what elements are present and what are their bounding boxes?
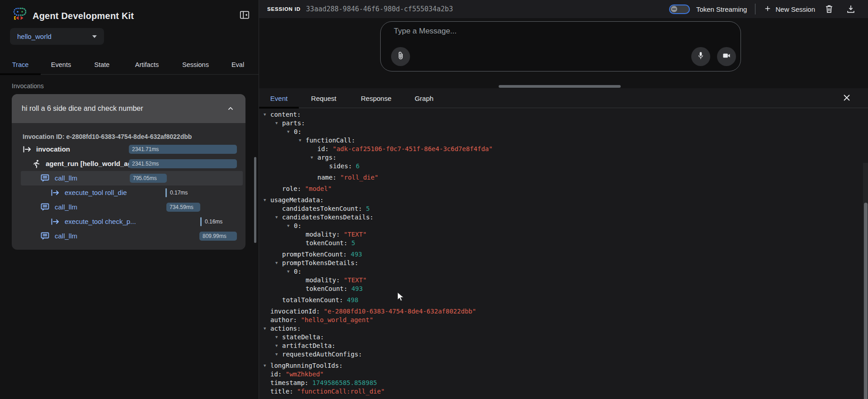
new-session-button[interactable]: New Session <box>764 5 815 14</box>
json-line-0[interactable]: ▼0: <box>259 267 860 276</box>
details-scrollbar-thumb[interactable] <box>864 203 868 399</box>
json-value: 493 <box>351 250 362 259</box>
json-line-artifactDelta[interactable]: ▼artifactDelta: <box>259 342 860 350</box>
trace-row-agent_run[interactable]: agent_run [hello_world_agent]2341.52ms <box>12 157 245 171</box>
json-key: title: <box>270 387 297 396</box>
expand-triangle-icon[interactable]: ▼ <box>275 259 282 267</box>
duration-bar: 795.05ms <box>130 174 167 183</box>
trace-row-call_llm[interactable]: call_llm734.59ms <box>12 200 245 214</box>
expand-triangle-icon[interactable]: ▼ <box>264 110 270 119</box>
json-key: candidatesTokenCount: <box>282 204 366 213</box>
json-key: content: <box>270 110 305 119</box>
expand-triangle-icon[interactable]: ▼ <box>287 222 294 230</box>
json-value: 6 <box>356 162 359 171</box>
json-line-parts[interactable]: ▼parts: <box>259 119 860 128</box>
json-line-actions[interactable]: ▼actions: <box>259 324 860 333</box>
indent-spacer <box>299 285 306 293</box>
json-line-name: name: "roll_die" <box>259 173 860 182</box>
tab-eval[interactable]: Eval <box>220 55 256 75</box>
chevron-up-icon[interactable] <box>226 104 236 114</box>
expand-triangle-icon[interactable]: ▼ <box>264 324 270 333</box>
json-line-0[interactable]: ▼0: <box>259 222 860 230</box>
expand-triangle-icon[interactable]: ▼ <box>275 119 282 128</box>
json-line-content[interactable]: ▼content: <box>259 110 860 119</box>
trace-row-label: invocation <box>36 145 70 153</box>
json-value: "model" <box>305 185 332 193</box>
json-value: "functionCall:roll_die" <box>297 387 385 396</box>
tab-state[interactable]: State <box>81 55 123 75</box>
invocation-card-header[interactable]: hi roll a 6 side dice and check number <box>12 94 245 123</box>
download-session-button[interactable] <box>843 1 859 17</box>
details-tab-bar: EventRequestResponseGraph <box>259 88 868 108</box>
json-key: timestamp: <box>270 379 312 387</box>
tab-sessions[interactable]: Sessions <box>171 55 220 75</box>
json-key: id: <box>270 370 286 379</box>
json-key: tokenCount: <box>306 285 351 293</box>
json-key: modality: <box>306 230 344 239</box>
expand-triangle-icon[interactable]: ▼ <box>287 128 294 136</box>
sidebar-scrollbar[interactable] <box>254 157 256 243</box>
trace-row-call_llm[interactable]: call_llm809.99ms <box>12 229 245 243</box>
session-topbar: SESSION ID 33aad288-9846-46f6-980d-cf555… <box>259 0 868 18</box>
expand-triangle-icon[interactable]: ▼ <box>311 153 317 162</box>
sidebar-tab-bar: TraceEventsStateArtifactsSessionsEval <box>0 55 259 75</box>
trace-row-label: call_llm <box>55 174 77 182</box>
topbar-actions: Token Streaming New Session <box>669 0 859 18</box>
trace-row-label: call_llm <box>55 203 77 211</box>
horizontal-scrollbar[interactable] <box>499 85 621 88</box>
tab-trace[interactable]: Trace <box>0 55 41 75</box>
json-line-tokenCount: tokenCount: 5 <box>259 239 860 247</box>
details-tab-event[interactable]: Event <box>259 88 299 108</box>
json-line-author: author: "hello_world_agent" <box>259 316 860 324</box>
chat-icon <box>41 232 49 242</box>
duration-bar: 734.59ms <box>166 203 200 212</box>
json-line-args[interactable]: ▼args: <box>259 153 860 162</box>
indent-spacer <box>275 296 282 304</box>
delete-session-button[interactable] <box>821 1 837 17</box>
json-line-totalTokenCount: totalTokenCount: 498 <box>259 296 860 304</box>
details-tab-graph[interactable]: Graph <box>404 88 444 108</box>
trace-row-execute_tool[interactable]: execute_tool roll_die0.17ms <box>12 185 245 200</box>
details-tab-response[interactable]: Response <box>349 88 404 108</box>
agent-select-dropdown[interactable]: hello_world <box>10 28 104 45</box>
message-input-box[interactable]: Type a Message... <box>380 21 741 71</box>
microphone-button[interactable] <box>691 47 710 66</box>
close-details-button[interactable] <box>841 92 853 104</box>
json-line-stateDelta[interactable]: ▼stateDelta: <box>259 333 860 342</box>
json-line-candidatesTokensDetails[interactable]: ▼candidatesTokensDetails: <box>259 213 860 222</box>
expand-triangle-icon[interactable]: ▼ <box>264 196 270 204</box>
token-streaming-toggle[interactable] <box>669 5 690 14</box>
expand-triangle-icon[interactable]: ▼ <box>299 136 306 145</box>
attach-file-button[interactable] <box>391 47 410 66</box>
trace-row-execute_tool[interactable]: execute_tool check_p...0.16ms <box>12 214 245 229</box>
json-line-0[interactable]: ▼0: <box>259 128 860 136</box>
expand-triangle-icon[interactable]: ▼ <box>264 361 270 370</box>
expand-triangle-icon[interactable]: ▼ <box>275 333 282 342</box>
expand-triangle-icon[interactable]: ▼ <box>275 213 282 222</box>
trace-row-call_llm[interactable]: call_llm795.05ms <box>12 171 245 185</box>
json-line-longRunningToolIds[interactable]: ▼longRunningToolIds: <box>259 361 860 370</box>
expand-triangle-icon[interactable]: ▼ <box>287 267 294 276</box>
indent-spacer <box>275 185 282 193</box>
app-title: Agent Development Kit <box>33 11 134 21</box>
tab-events[interactable]: Events <box>41 55 81 75</box>
toggle-knob <box>671 6 677 12</box>
chevron-down-icon <box>92 35 97 38</box>
trace-row-invocation[interactable]: invocation2341.71ms <box>12 142 245 157</box>
json-line-requestedAuthConfigs[interactable]: ▼requestedAuthConfigs: <box>259 350 860 359</box>
adk-window: Agent Development Kit hello_world TraceE… <box>0 0 868 399</box>
tab-artifacts[interactable]: Artifacts <box>123 55 171 75</box>
json-line-promptTokensDetails[interactable]: ▼promptTokensDetails: <box>259 259 860 267</box>
json-key: invocationId: <box>270 307 324 316</box>
invocation-card: hi roll a 6 side dice and check number I… <box>12 94 245 250</box>
session-id-label: SESSION ID <box>267 6 301 12</box>
expand-triangle-icon[interactable]: ▼ <box>275 342 282 350</box>
details-tab-request[interactable]: Request <box>299 88 349 108</box>
json-line-functionCall[interactable]: ▼functionCall: <box>259 136 860 145</box>
expand-triangle-icon[interactable]: ▼ <box>275 350 282 359</box>
indent-spacer <box>311 173 317 182</box>
video-button[interactable] <box>717 47 736 66</box>
json-key: longRunningToolIds: <box>270 361 347 370</box>
collapse-sidebar-icon[interactable] <box>239 9 251 22</box>
json-line-usageMetadata[interactable]: ▼usageMetadata: <box>259 196 860 204</box>
